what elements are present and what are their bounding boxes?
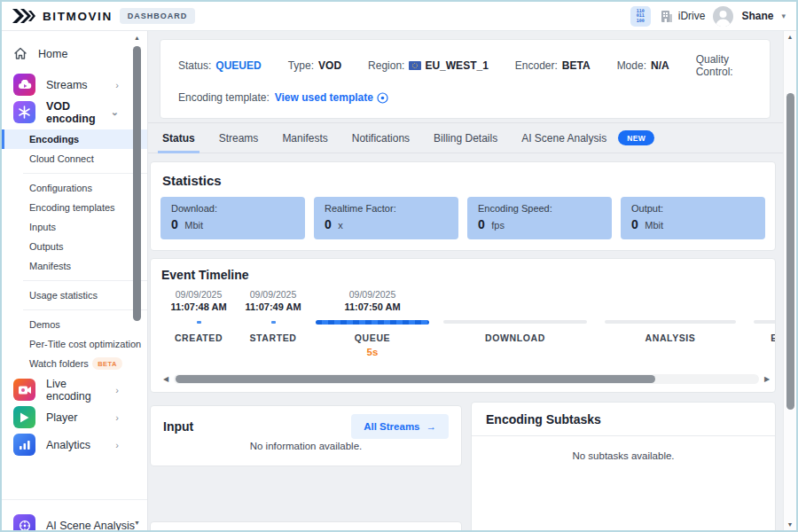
scroll-right-icon[interactable]: ▶ [763,375,771,383]
sidebar-item-cloud-connect[interactable]: Cloud Connect [2,149,147,168]
sidebar-scrollbar-thumb[interactable] [133,46,141,321]
sidebar-item-per-title-cost-optimization[interactable]: Per-Title cost optimization [2,334,147,354]
sidebar-item-manifests[interactable]: Manifests [2,256,147,276]
stage-progress-bar [316,320,429,325]
sidebar: Home Streams › VOD encoding ⌄ Enco [2,31,148,530]
brand-logo[interactable]: BITMOVIN DASHBOARD [12,8,195,24]
live-encoding-icon [13,379,35,401]
chevron-down-icon: ⌄ [111,106,119,118]
stage-duration [745,347,775,359]
mode-value: N/A [651,59,669,72]
stage-date [596,289,745,301]
divider [23,280,147,281]
sidebar-item-usage-statistics[interactable]: Usage statistics [2,286,147,305]
sidebar-item-label: Watch folders [29,358,89,369]
top-bar: BITMOVIN DASHBOARD 110 011 100 iDrive Sh… [2,2,796,31]
stage-progress-bar [754,320,775,324]
user-menu-chevron-icon[interactable]: ▾ [781,12,786,20]
type-value: VOD [318,59,341,72]
organization-switcher[interactable]: iDrive [659,9,706,23]
tab-status[interactable]: Status [162,123,195,153]
sidebar-item-label: Demos [29,319,60,330]
scrollbar-track[interactable] [174,374,759,384]
sidebar-item-encodings[interactable]: Encodings [2,129,147,149]
stage-date [434,289,596,301]
stage-duration [434,347,596,359]
event-timeline-title: Event Timeline [161,268,775,282]
sidebar-item-player[interactable]: Player › [2,404,147,430]
encoding-status-card: Status: QUEUED Type: VOD Region: EU_WEST… [160,39,771,119]
stage-time [434,301,596,316]
ai-scene-analysis-icon [13,514,35,532]
view-used-template-link[interactable]: View used template [275,91,388,104]
input-card: Input All Streams → No information avail… [150,405,462,466]
quality-control-field: Quality Control: [696,53,752,78]
stat-label: Download: [171,203,294,214]
main-scrollbar[interactable]: ▲ ▼ [783,31,796,530]
home-icon [13,47,27,60]
tab-label: Streams [219,132,259,145]
tab-billing-details[interactable]: Billing Details [434,123,497,153]
field-label: Encoder: [515,59,558,72]
stat-unit: fps [491,220,505,231]
main-content: Status: QUEUED Type: VOD Region: EU_WEST… [148,31,796,530]
statistics-title: Statistics [162,173,765,188]
stage-label: QUEUE [310,332,434,343]
tab-manifests[interactable]: Manifests [282,123,327,153]
scroll-down-icon[interactable]: ▼ [784,521,796,528]
dashboard-badge: DASHBOARD [120,8,196,24]
tab-ai-scene-analysis[interactable]: AI Scene Analysis [521,123,606,153]
bitmovin-logo-icon [12,9,35,23]
sidebar-item-inputs[interactable]: Inputs [2,217,147,237]
sidebar-item-label: Per-Title cost optimization [29,339,141,349]
eu-flag-icon [409,61,421,70]
sidebar-item-encoding-templates[interactable]: Encoding templates [2,198,147,217]
stat-realtime-factor: Realtime Factor: 0 x [314,197,458,239]
person-icon [713,6,733,27]
scroll-up-icon[interactable]: ▲ [131,34,143,43]
sidebar-item-configurations[interactable]: Configurations [2,178,147,198]
vod-submenu: Encodings Cloud Connect Configurations E… [2,129,147,373]
stat-label: Output: [631,203,755,214]
sidebar-item-label: Inputs [29,222,56,232]
input-title: Input [163,419,193,434]
stage-progress-bar [443,320,587,324]
stat-output: Output: 0 Mbit [621,197,765,239]
sidebar-item-outputs[interactable]: Outputs [2,237,147,256]
binary-row: 100 [637,19,645,24]
scroll-up-icon[interactable]: ▲ [784,34,796,40]
sidebar-scrollbar[interactable]: ▲ ▼ [131,34,143,528]
user-avatar[interactable] [713,6,733,27]
sidebar-item-label: Analytics [46,439,90,451]
sidebar-item-live-encoding[interactable]: Live encoding › [2,377,147,403]
tab-streams[interactable]: Streams [219,123,259,153]
region-field: Region: EU_WEST_1 [368,59,489,72]
encoder-value: BETA [562,59,591,72]
sidebar-item-label: Manifests [29,261,71,271]
main-scrollbar-thumb[interactable] [786,93,794,410]
timeline-horizontal-scrollbar[interactable]: ◀ ▶ [161,373,771,385]
tab-notifications[interactable]: Notifications [352,123,410,153]
sidebar-item-label: Cloud Connect [29,153,94,164]
sidebar-item-analytics[interactable]: Analytics › [2,432,147,458]
sidebar-item-ai-scene-analysis[interactable]: AI Scene Analysis [2,512,147,532]
stat-download: Download: 0 Mbit [160,197,305,239]
scrollbar-thumb[interactable] [176,375,655,383]
tab-label: Manifests [282,132,327,145]
user-name[interactable]: Shane [741,10,773,22]
stat-encoding-speed: Encoding Speed: 0 fps [467,197,612,239]
all-streams-button[interactable]: All Streams → [351,414,449,439]
sidebar-item-watch-folders[interactable]: Watch folders BETA [2,354,147,373]
sidebar-item-demos[interactable]: Demos [2,315,147,334]
sidebar-item-label: VOD encoding [46,100,100,125]
api-binary-icon[interactable]: 110 011 100 [630,6,651,27]
sidebar-item-streams[interactable]: Streams › [2,72,147,98]
scroll-down-icon[interactable]: ▼ [131,519,143,528]
statistics-card: Statistics Download: 0 Mbit Realtime Fac… [150,161,776,251]
stage-time: 11:07:49 AM [236,301,310,316]
brand-name: BITMOVIN [43,10,113,23]
encoding-subtasks-card: Encoding Subtasks No subtasks available. [471,402,776,530]
sidebar-item-home[interactable]: Home [2,41,147,66]
sidebar-item-vod-encoding[interactable]: VOD encoding ⌄ [2,99,147,125]
scroll-left-icon[interactable]: ◀ [161,375,170,383]
